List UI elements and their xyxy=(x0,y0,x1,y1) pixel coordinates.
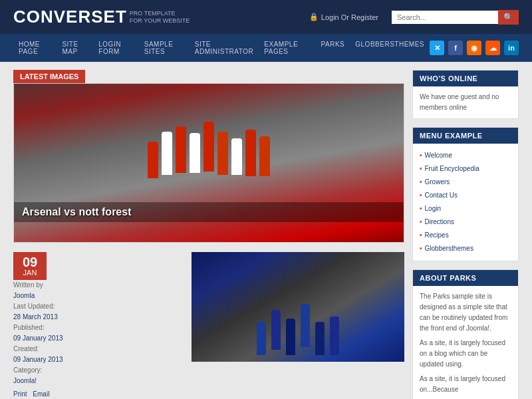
image-caption-bar: Arsenal vs nott forest xyxy=(14,202,404,222)
main-nav: HOME PAGE SITE MAP LOGIN FORM SAMPLE SIT… xyxy=(0,34,532,62)
nav-sitemap[interactable]: SITE MAP xyxy=(57,34,93,62)
print-link[interactable]: Print xyxy=(13,390,27,398)
published-value[interactable]: 09 January 2013 xyxy=(13,334,63,342)
article-day: 09 xyxy=(13,255,47,269)
about-parks-title: ABOUT PARKS xyxy=(413,270,518,286)
menu-example-section: MENU EXAMPLE Welcome Fruit Encyclopedia … xyxy=(412,127,519,261)
featured-image: Arsenal vs nott forest xyxy=(14,84,404,242)
about-parks-text3: As a site, it is largely focused on...Be… xyxy=(420,374,511,395)
image-caption: Arsenal vs nott forest xyxy=(22,206,131,217)
nav-globbers[interactable]: GLOBBERSTHEMES xyxy=(350,34,430,62)
psg-players xyxy=(192,312,404,355)
menu-item-growers[interactable]: Growers xyxy=(420,176,511,189)
nav-sample[interactable]: SAMPLE SITES xyxy=(139,34,190,62)
menu-item-login[interactable]: Login xyxy=(420,202,511,215)
search-input[interactable] xyxy=(392,11,498,24)
published-label: Published: xyxy=(13,323,80,333)
search-bar: 🔍 xyxy=(392,10,519,25)
updated-label: Last Updated: xyxy=(13,301,80,312)
nav-items: HOME PAGE SITE MAP LOGIN FORM SAMPLE SIT… xyxy=(13,34,430,62)
header-right: 🔒 Login Or Register 🔍 xyxy=(309,10,519,25)
site-header: CONVERSET PRO TEMPLATE FOR YOUR WEBSITE … xyxy=(0,0,532,34)
article-date-box: 09 JAN xyxy=(13,252,50,280)
facebook-icon[interactable]: f xyxy=(448,41,463,55)
menu-example-title: MENU EXAMPLE xyxy=(413,128,518,144)
nav-home[interactable]: HOME PAGE xyxy=(13,34,57,62)
latest-images-section: LATEST IMAGES xyxy=(13,70,404,243)
about-parks-text2: As a site, it is largely focused on a bl… xyxy=(420,338,511,370)
linkedin-icon[interactable]: in xyxy=(504,41,519,55)
nav-parks[interactable]: PARKS xyxy=(316,34,350,62)
article-section: 09 JAN Written by Joomla Last Update xyxy=(13,252,404,399)
search-button[interactable]: 🔍 xyxy=(498,10,519,25)
nav-login[interactable]: LOGIN FORM xyxy=(93,34,138,62)
nav-admin[interactable]: SITE ADMINISTRATOR xyxy=(190,34,259,62)
lock-icon: 🔒 xyxy=(309,13,319,21)
whos-online-content: We have one guest and no members online xyxy=(413,86,518,118)
updated-value[interactable]: 28 March 2013 xyxy=(13,313,58,321)
content-area: LATEST IMAGES xyxy=(13,70,404,399)
logo-text: CONVERSET xyxy=(13,7,127,27)
menu-example-content: Welcome Fruit Encyclopedia Growers Conta… xyxy=(413,144,518,261)
category-value[interactable]: Joomla! xyxy=(13,377,37,384)
print-email: Print Email xyxy=(13,389,80,399)
twitter-icon[interactable]: ✕ xyxy=(430,41,444,55)
created-label: Created: xyxy=(13,344,80,354)
created-value[interactable]: 09 January 2013 xyxy=(13,356,63,363)
article-meta: Written by Joomla Last Updated: 28 March… xyxy=(13,280,80,399)
written-by-label: Written by xyxy=(13,280,80,291)
written-by-value[interactable]: Joomla xyxy=(13,292,35,299)
logo-area: CONVERSET PRO TEMPLATE FOR YOUR WEBSITE xyxy=(13,7,190,27)
about-parks-text1: The Parks sample site is designed as a s… xyxy=(420,291,511,334)
rss-icon[interactable]: ◉ xyxy=(467,41,481,55)
whos-online-title: WHO'S ONLINE xyxy=(413,70,518,86)
article-image[interactable] xyxy=(192,252,404,362)
social-icons: ✕ f ◉ ☁ in xyxy=(430,41,519,55)
sidebar: WHO'S ONLINE We have one guest and no me… xyxy=(412,70,519,399)
about-parks-content: The Parks sample site is designed as a s… xyxy=(413,286,518,399)
category-label: Category: xyxy=(13,365,80,376)
email-link[interactable]: Email xyxy=(33,390,49,398)
players-group xyxy=(14,97,404,209)
logo-subtitle: PRO TEMPLATE FOR YOUR WEBSITE xyxy=(130,10,190,25)
nav-example[interactable]: EXAMPLE PAGES xyxy=(259,34,315,62)
featured-image-box[interactable]: Arsenal vs nott forest xyxy=(13,83,404,243)
menu-item-welcome[interactable]: Welcome xyxy=(420,149,511,162)
menu-item-contact[interactable]: Contact Us xyxy=(420,189,511,202)
article-date: 09 JAN xyxy=(13,252,47,280)
menu-item-fruit[interactable]: Fruit Encyclopedia xyxy=(420,162,511,176)
login-link[interactable]: 🔒 Login Or Register xyxy=(309,13,378,21)
soundcloud-icon[interactable]: ☁ xyxy=(485,41,500,55)
main-content: LATEST IMAGES xyxy=(0,62,532,399)
whos-online-section: WHO'S ONLINE We have one guest and no me… xyxy=(412,70,519,119)
article-month: JAN xyxy=(13,269,47,277)
about-parks-section: ABOUT PARKS The Parks sample site is des… xyxy=(412,269,519,399)
menu-item-directions[interactable]: Directions xyxy=(420,215,511,229)
menu-item-recipes[interactable]: Recipes xyxy=(420,229,511,242)
latest-images-badge: LATEST IMAGES xyxy=(13,70,85,83)
menu-item-globbers[interactable]: Globbersthemes xyxy=(420,242,511,255)
